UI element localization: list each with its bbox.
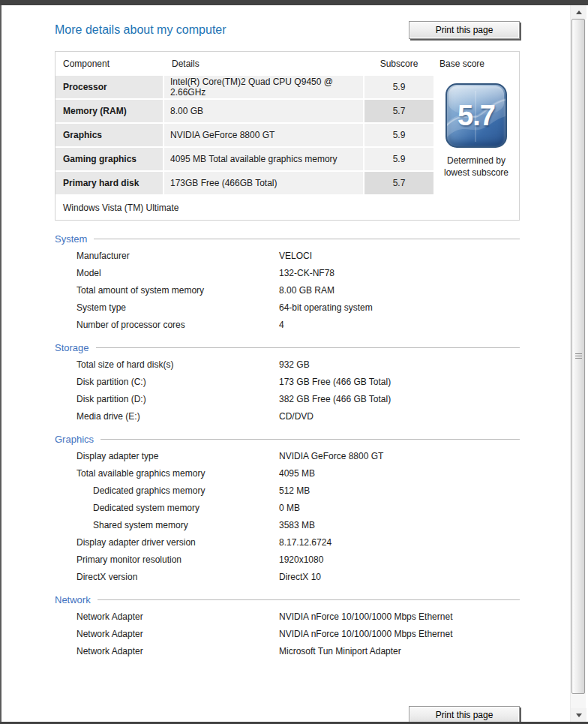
detail-value: 4 [279,320,284,330]
detail-row: Number of processor cores4 [55,316,520,333]
table-row-component: Processor [56,76,164,100]
detail-label: Manufacturer [55,251,279,261]
base-score-badge: 5.7 [446,83,507,148]
detail-value: 382 GB Free (466 GB Total) [279,394,391,404]
table-row-subscore: 5.9 [364,148,434,172]
section-divider [98,599,520,600]
table-row-component: Graphics [56,124,164,148]
table-row-component: Memory (RAM) [56,100,164,124]
detail-label: Dedicated graphics memory [55,485,279,496]
detail-value: 4095 MB [279,468,315,479]
table-row-details: NVIDIA GeForce 8800 GT [164,124,364,148]
detail-value: 1920x1080 [279,554,323,565]
detail-label: Disk partition (D:) [55,394,279,404]
table-row-subscore: 5.9 [364,76,434,100]
detail-value: 512 MB [279,485,310,496]
detail-row-indented: Dedicated system memory0 MB [55,499,520,516]
section-title: Network [55,594,91,605]
table-row-component: Gaming graphics [56,148,164,172]
detail-label: Primary monitor resolution [55,554,279,565]
triangle-down-icon [576,713,582,717]
detail-row: DirectX versionDirectX 10 [55,568,520,585]
section-system: System ManufacturerVELOCI Model132-CK-NF… [55,230,520,333]
detail-row: Display adapter driver version8.17.12.67… [55,533,520,551]
detail-row: Total amount of system memory8.00 GB RAM [55,281,520,299]
column-header-details: Details [164,52,364,76]
detail-label: Network Adapter [55,611,279,622]
score-table: Component Details Subscore Base score Pr… [55,51,520,221]
detail-row: Total size of hard disk(s)932 GB [55,356,520,373]
detail-value: 8.00 GB RAM [279,285,334,296]
table-row-subscore-lowest: 5.7 [364,172,434,196]
detail-value: CD/DVD [279,411,314,422]
detail-label: Number of processor cores [55,320,279,330]
scroll-up-button[interactable] [571,5,586,19]
scroll-down-button[interactable] [571,708,586,722]
column-header-component: Component [56,52,164,76]
vertical-scrollbar[interactable] [570,5,586,722]
detail-row: Network AdapterNVIDIA nForce 10/100/1000… [55,608,520,625]
base-score-cell: 5.7 Determined by lowest subscore [434,76,519,196]
section-storage: Storage Total size of hard disk(s)932 GB… [55,339,520,425]
section-divider [96,347,520,348]
detail-label: Total amount of system memory [55,285,279,296]
base-score-caption-line1: Determined by [444,155,508,167]
section-divider [100,439,520,440]
detail-row: Model132-CK-NF78 [55,264,520,281]
detail-value: NVIDIA nForce 10/100/1000 Mbps Ethernet [279,611,452,622]
detail-label: DirectX version [55,572,279,582]
detail-label: Display adapter type [55,451,279,461]
page-header: More details about my computer Print thi… [55,21,520,41]
window-frame-left [0,5,2,722]
table-row-component: Primary hard disk [56,172,164,196]
detail-row: System type64-bit operating system [55,299,520,316]
detail-label: Media drive (E:) [55,411,279,422]
detail-label: System type [55,302,279,313]
column-header-base-score: Base score [434,52,519,76]
detail-value: NVIDIA nForce 10/100/1000 Mbps Ethernet [279,629,452,639]
detail-row: Network AdapterNVIDIA nForce 10/100/1000… [55,625,520,642]
details-page: More details about my computer Print thi… [2,5,588,722]
section-title: Storage [55,342,89,353]
base-score-value: 5.7 [458,100,495,132]
detail-row: Total available graphics memory4095 MB [55,464,520,482]
table-row-details: Intel(R) Core(TM)2 Quad CPU Q9450 @ 2.66… [164,76,364,100]
table-row-details: 8.00 GB [164,100,364,124]
detail-row-indented: Dedicated graphics memory512 MB [55,482,520,499]
detail-value: 0 MB [279,503,300,513]
detail-value: 173 GB Free (466 GB Total) [279,377,391,387]
detail-row: ManufacturerVELOCI [55,247,520,264]
detail-label: Dedicated system memory [55,503,279,513]
table-row-subscore: 5.9 [364,124,434,148]
detail-value: DirectX 10 [279,572,321,582]
column-header-subscore: Subscore [364,52,434,76]
detail-row: Disk partition (D:)382 GB Free (466 GB T… [55,390,520,407]
detail-label: Network Adapter [55,646,279,656]
table-row-details: 4095 MB Total available graphics memory [164,148,364,172]
scrollbar-thumb[interactable] [572,19,585,694]
detail-value: VELOCI [279,251,312,261]
window-frame-top [0,0,588,5]
detail-value: Microsoft Tun Miniport Adapter [279,646,401,656]
detail-label: Display adapter driver version [55,537,279,548]
section-title: Graphics [55,434,94,445]
base-score-caption-line2: lowest subscore [444,167,508,179]
section-network: Network Network AdapterNVIDIA nForce 10/… [55,591,520,659]
os-name: Windows Vista (TM) Ultimate [56,196,519,220]
print-button-top[interactable]: Print this page [409,21,520,39]
detail-label: Disk partition (C:) [55,377,279,387]
detail-row: Primary monitor resolution1920x1080 [55,551,520,568]
detail-label: Shared system memory [55,520,279,530]
detail-label: Model [55,268,279,278]
detail-value: 132-CK-NF78 [279,268,334,278]
detail-value: 3583 MB [279,520,315,530]
detail-value: 932 GB [279,359,310,370]
scrollbar-track[interactable] [571,19,586,708]
detail-value: NVIDIA GeForce 8800 GT [279,451,383,461]
detail-row: Disk partition (C:)173 GB Free (466 GB T… [55,373,520,390]
page-title: More details about my computer [55,21,226,37]
section-divider [94,239,520,239]
section-title: System [55,233,87,245]
detail-label: Total available graphics memory [55,468,279,479]
base-score-caption: Determined by lowest subscore [444,155,508,179]
